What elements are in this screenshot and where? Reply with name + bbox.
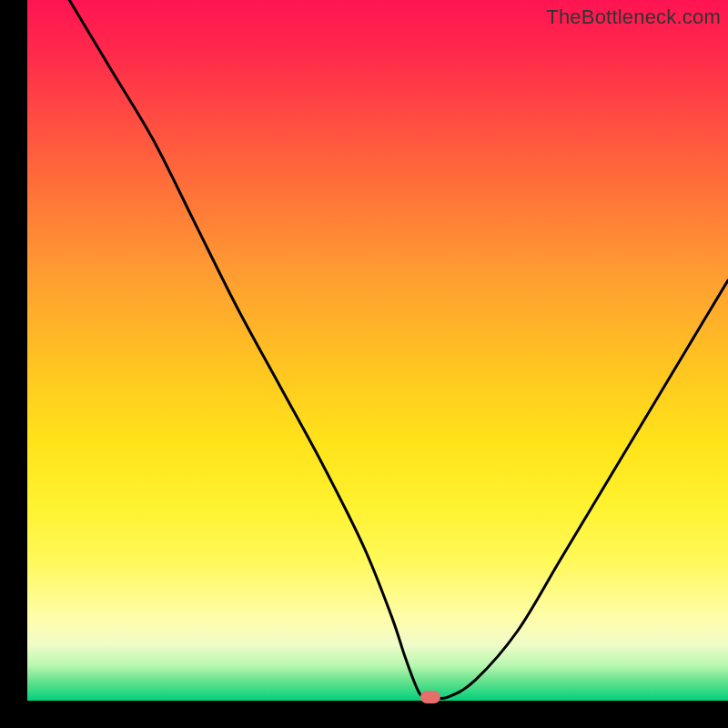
plot-area: TheBottleneck.com	[27, 0, 728, 701]
optimal-marker	[420, 691, 440, 703]
chart-container: TheBottleneck.com	[0, 0, 728, 728]
bottleneck-curve	[27, 0, 728, 701]
